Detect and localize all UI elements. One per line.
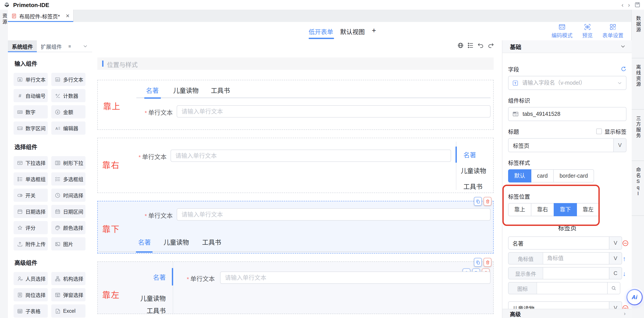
undo-icon[interactable] (478, 42, 484, 49)
panel-section-advanced[interactable]: 高级 › (502, 309, 632, 318)
demo-tabs-left[interactable]: ⚙ 名著 儿童读物 工具书 靠左 *单行文本 (97, 261, 494, 314)
component-item[interactable]: 评分 (14, 221, 48, 234)
component-id-input[interactable]: Tab (508, 107, 626, 121)
component-item[interactable]: ¥金额 (51, 105, 86, 118)
demo-tabs-right[interactable]: 靠右 *单行文本 名著 儿童读物 工具书 (97, 138, 494, 193)
tab-children-books[interactable]: 儿童读物 (173, 86, 198, 95)
style-border-card-button[interactable]: border-card (554, 169, 594, 182)
file-tab-layout-tabs[interactable]: 布局控件-标签页* ✕ (8, 10, 74, 22)
code-suffix-button[interactable]: C (609, 267, 622, 279)
add-view-button[interactable]: + (372, 26, 376, 35)
position-right-button[interactable]: 靠右 (531, 203, 554, 216)
component-item[interactable]: 子表格 (14, 304, 48, 317)
tab-mingzhu[interactable]: 名著 (140, 272, 166, 281)
component-item[interactable]: 机构选择 (51, 272, 86, 285)
tab-default-view[interactable]: 默认视图 (340, 27, 365, 36)
component-item[interactable]: 计数器 (51, 89, 86, 102)
component-item[interactable]: 单选框组 (14, 172, 48, 186)
save-icon[interactable] (634, 2, 640, 8)
move-down-icon[interactable]: ↓ (622, 270, 626, 276)
delete-button[interactable] (484, 197, 492, 206)
badge-value-input[interactable] (543, 253, 609, 264)
component-item[interactable]: 123数字 (14, 105, 48, 118)
remove-tab-icon[interactable] (622, 240, 629, 246)
single-line-text-input[interactable] (170, 150, 451, 162)
form-settings-button[interactable]: 表单设置 (602, 23, 624, 39)
component-item[interactable]: 人员选择 (14, 272, 48, 285)
search-icon-button[interactable] (607, 282, 620, 294)
style-card-button[interactable]: card (531, 169, 554, 182)
component-item[interactable]: 弹窗选择 (51, 288, 86, 301)
tab-system-components[interactable]: 系统组件 (8, 40, 37, 52)
component-item[interactable]: 岗位选择 (14, 288, 48, 301)
position-left-button[interactable]: 靠左 (576, 203, 600, 216)
component-item[interactable]: 1~3数字区间 (14, 122, 48, 135)
condition-input[interactable] (543, 267, 609, 279)
copy-button[interactable] (474, 258, 482, 267)
globe-icon[interactable] (457, 42, 464, 49)
tab-reference-books[interactable]: 工具书 (464, 182, 482, 191)
redo-icon[interactable] (488, 42, 494, 49)
nav-back-icon[interactable]: ‹ (622, 0, 624, 10)
component-item[interactable]: #自动编号 (14, 89, 48, 102)
single-line-text-input[interactable] (177, 208, 490, 221)
position-top-button[interactable]: 靠上 (508, 203, 531, 216)
tab-reference-books[interactable]: 工具书 (202, 237, 221, 246)
tab-children-books[interactable]: 儿童读物 (164, 237, 189, 246)
position-bottom-button[interactable]: 靠下 (554, 203, 577, 216)
preview-button[interactable]: 预览 (582, 23, 593, 39)
v-suffix-button[interactable]: V (613, 139, 626, 152)
rail-resources[interactable]: 资源 (0, 13, 8, 26)
component-menu-icon[interactable]: ≡ (68, 44, 71, 49)
component-item[interactable]: xExcel (51, 304, 86, 317)
component-item[interactable]: 时间选择 (51, 189, 86, 202)
copy-button[interactable] (474, 197, 482, 206)
move-up-icon[interactable]: ↑ (622, 255, 626, 262)
icon-input[interactable] (537, 282, 607, 294)
tab-extended-components[interactable]: 扩展组件 (37, 40, 66, 52)
style-default-button[interactable]: 默认 (508, 169, 531, 182)
tab-lowcode-form[interactable]: 低开表单 (309, 27, 333, 36)
refresh-icon[interactable] (621, 66, 626, 72)
nav-forward-icon[interactable]: › (628, 0, 630, 10)
single-line-text-input[interactable] (177, 105, 490, 118)
component-item[interactable]: 开关 (14, 189, 48, 202)
rail-named-sql[interactable]: 命名Sql (632, 161, 644, 216)
title-input[interactable]: V (508, 138, 626, 152)
component-item[interactable]: 附件上传 (14, 237, 48, 250)
component-item[interactable]: A多行文本 (51, 73, 86, 86)
show-label-checkbox[interactable] (596, 129, 602, 134)
tab-children-books[interactable]: 儿童读物 (138, 293, 166, 303)
rail-data-source[interactable]: 数据源 (632, 10, 644, 58)
component-item[interactable]: A单行文本 (14, 73, 48, 86)
panel-section-basic[interactable]: 基础 (502, 40, 632, 53)
tab-mingzhu[interactable]: 名著 (138, 237, 151, 246)
component-item[interactable]: 日期选择 (14, 205, 48, 218)
sidebar-collapse-icon[interactable] (83, 44, 88, 49)
component-item[interactable]: 树形下拉 (51, 156, 86, 169)
tab-mingzhu[interactable]: 名著 (146, 86, 159, 95)
single-line-text-input[interactable] (220, 271, 490, 284)
close-icon[interactable]: ✕ (66, 13, 70, 19)
tab-name-input[interactable]: V (508, 236, 622, 250)
rail-third-party-services[interactable]: 三方服务 (632, 110, 644, 161)
ai-assistant-button[interactable]: Ai (626, 289, 643, 305)
component-item[interactable]: 图片 (51, 237, 86, 250)
tab-children-books[interactable]: 儿童读物 (461, 166, 486, 175)
component-item[interactable]: 日期区间 (51, 205, 86, 218)
component-item[interactable]: 多选框组 (51, 172, 86, 186)
demo-tabs-top[interactable]: 靠上 名著 儿童读物 工具书 *单行文本 (97, 80, 494, 130)
rail-offline-resources[interactable]: 离线资源 (632, 58, 644, 110)
v-suffix-button[interactable]: V (609, 237, 622, 249)
component-item[interactable]: A编辑器 (51, 122, 86, 135)
v-suffix-button[interactable]: V (609, 253, 622, 264)
form-canvas[interactable]: 位置与样式 靠上 名著 儿童读物 工具书 *单行文本 靠右 *单行文本 名著 儿… (92, 40, 502, 318)
tab-reference-books[interactable]: 工具书 (211, 86, 230, 95)
component-item[interactable]: 颜色选择 (51, 221, 86, 234)
component-item[interactable]: 下拉选择 (14, 156, 48, 169)
field-name-input[interactable]: T (508, 76, 626, 90)
code-mode-button[interactable]: 编码模式 (552, 23, 572, 39)
tab-reference-books[interactable]: 工具书 (140, 306, 166, 315)
tab-mingzhu[interactable]: 名著 (464, 150, 476, 159)
delete-button[interactable] (484, 258, 492, 267)
